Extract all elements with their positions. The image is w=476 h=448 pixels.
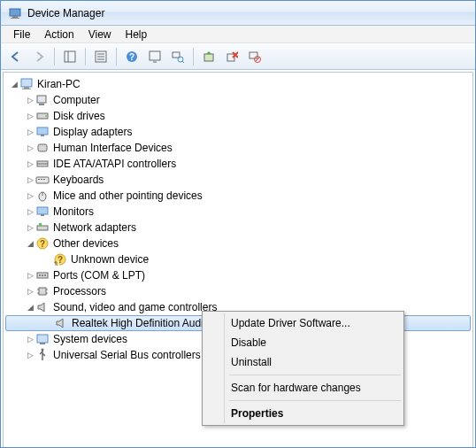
svg-point-49 bbox=[39, 274, 41, 276]
collapse-icon[interactable]: ◢ bbox=[9, 80, 19, 89]
item-label: Monitors bbox=[53, 205, 94, 218]
svg-rect-20 bbox=[21, 79, 32, 87]
tree-item-unknown[interactable]: ?!Unknown device bbox=[5, 251, 471, 267]
tree-item-disk[interactable]: ▷Disk drives bbox=[5, 108, 471, 124]
keyboard-icon bbox=[35, 173, 50, 187]
svg-rect-0 bbox=[10, 9, 20, 16]
item-label: Display adapters bbox=[53, 126, 132, 138]
back-button[interactable] bbox=[6, 47, 26, 66]
collapse-icon[interactable]: ◢ bbox=[25, 303, 35, 312]
tree-item-keyboard[interactable]: ▷Keyboards bbox=[5, 172, 471, 188]
disable-button[interactable] bbox=[245, 47, 265, 66]
expand-icon[interactable]: ▷ bbox=[25, 96, 35, 104]
help-button[interactable]: ? bbox=[122, 47, 142, 66]
tree-item-mice[interactable]: ▷Mice and other pointing devices bbox=[5, 188, 471, 204]
menu-action[interactable]: Action bbox=[37, 27, 81, 42]
svg-text:?: ? bbox=[129, 52, 134, 62]
svg-rect-11 bbox=[150, 51, 160, 60]
cpu-icon bbox=[35, 284, 50, 298]
tree-item-ide[interactable]: ▷IDE ATA/ATAPI controllers bbox=[5, 156, 471, 172]
scan-button[interactable] bbox=[168, 47, 188, 66]
window-title: Device Manager bbox=[27, 7, 104, 19]
expand-icon[interactable]: ▷ bbox=[25, 207, 35, 216]
svg-rect-1 bbox=[12, 16, 18, 18]
svg-text:?: ? bbox=[40, 239, 45, 249]
item-label: Ports (COM & LPT) bbox=[53, 269, 145, 282]
ide-icon bbox=[35, 157, 50, 171]
pc-icon bbox=[35, 93, 50, 107]
properties-button[interactable] bbox=[91, 47, 111, 66]
menu-help[interactable]: Help bbox=[119, 27, 155, 42]
tree-item-ports[interactable]: ▷Ports (COM & LPT) bbox=[5, 267, 471, 283]
monitor-icon bbox=[35, 205, 50, 219]
tree-item-display[interactable]: ▷Display adapters bbox=[5, 124, 471, 140]
item-label: Human Interface Devices bbox=[53, 142, 173, 154]
svg-rect-3 bbox=[65, 51, 75, 62]
tree-item-monitors[interactable]: ▷Monitors bbox=[5, 204, 471, 220]
tree-root[interactable]: ◢ Kiran-PC bbox=[5, 76, 471, 92]
svg-rect-28 bbox=[41, 135, 44, 136]
svg-rect-41 bbox=[39, 223, 42, 226]
tree-item-hid[interactable]: ▷Human Interface Devices bbox=[5, 140, 471, 156]
ctx-disable[interactable]: Disable bbox=[204, 333, 402, 352]
svg-text:!: ! bbox=[55, 260, 57, 266]
svg-rect-33 bbox=[38, 179, 40, 180]
other-icon: ? bbox=[35, 236, 50, 251]
expand-icon[interactable]: ▷ bbox=[25, 351, 35, 359]
update-driver-button[interactable] bbox=[199, 47, 219, 66]
ctx-uninstall[interactable]: Uninstall bbox=[204, 352, 402, 372]
ctx-scan[interactable]: Scan for hardware changes bbox=[204, 378, 402, 398]
svg-point-50 bbox=[42, 274, 43, 276]
forward-button[interactable] bbox=[29, 47, 49, 66]
item-label: Keyboards bbox=[53, 174, 104, 186]
svg-point-26 bbox=[45, 115, 47, 117]
action-button[interactable] bbox=[145, 47, 165, 66]
expand-icon[interactable]: ▷ bbox=[25, 143, 35, 152]
expand-icon[interactable]: ▷ bbox=[25, 223, 35, 232]
system-icon bbox=[35, 332, 50, 346]
root-label: Kiran-PC bbox=[37, 78, 81, 90]
expand-icon[interactable]: ▷ bbox=[25, 112, 35, 120]
tree-item-processors[interactable]: ▷Processors bbox=[5, 283, 471, 299]
show-hide-tree-button[interactable] bbox=[60, 47, 80, 66]
item-label: Processors bbox=[53, 285, 106, 297]
svg-rect-38 bbox=[37, 207, 48, 214]
item-label: IDE ATA/ATAPI controllers bbox=[53, 158, 176, 170]
svg-rect-24 bbox=[39, 104, 44, 105]
expand-icon[interactable]: ▷ bbox=[25, 127, 35, 136]
item-label: Computer bbox=[53, 94, 100, 106]
context-menu: Update Driver Software... Disable Uninst… bbox=[202, 311, 404, 426]
item-label: Mice and other pointing devices bbox=[53, 189, 203, 202]
separator bbox=[193, 48, 194, 66]
expand-icon[interactable]: ▷ bbox=[25, 191, 35, 200]
expand-icon[interactable]: ▷ bbox=[25, 335, 35, 344]
app-icon bbox=[8, 6, 22, 20]
uninstall-button[interactable] bbox=[222, 47, 242, 66]
hid-icon bbox=[35, 141, 50, 155]
svg-rect-35 bbox=[43, 179, 45, 180]
ports-icon bbox=[35, 268, 50, 282]
expand-icon[interactable]: ▷ bbox=[25, 271, 35, 280]
svg-rect-57 bbox=[37, 335, 48, 343]
svg-rect-23 bbox=[37, 96, 46, 103]
menu-view[interactable]: View bbox=[81, 27, 119, 42]
collapse-icon[interactable]: ◢ bbox=[25, 239, 35, 248]
expand-icon[interactable]: ▷ bbox=[25, 287, 35, 296]
svg-point-51 bbox=[44, 274, 46, 276]
tree-item-other[interactable]: ◢?Other devices bbox=[5, 236, 471, 251]
expand-icon[interactable]: ▷ bbox=[25, 175, 35, 184]
svg-rect-22 bbox=[22, 89, 31, 89]
ctx-update-driver[interactable]: Update Driver Software... bbox=[204, 313, 402, 333]
sound-icon bbox=[35, 300, 50, 314]
separator bbox=[85, 48, 86, 66]
menu-file[interactable]: File bbox=[6, 27, 37, 42]
item-label: Universal Serial Bus controllers bbox=[53, 349, 201, 361]
expand-icon[interactable]: ▷ bbox=[25, 159, 35, 168]
display-icon bbox=[35, 125, 50, 139]
ctx-properties[interactable]: Properties bbox=[204, 404, 402, 423]
tree-item-computer[interactable]: ▷Computer bbox=[5, 92, 471, 108]
usb-icon bbox=[35, 348, 50, 362]
tree-item-network[interactable]: ▷Network adapters bbox=[5, 220, 471, 236]
svg-rect-27 bbox=[37, 127, 48, 135]
svg-rect-21 bbox=[24, 87, 29, 89]
